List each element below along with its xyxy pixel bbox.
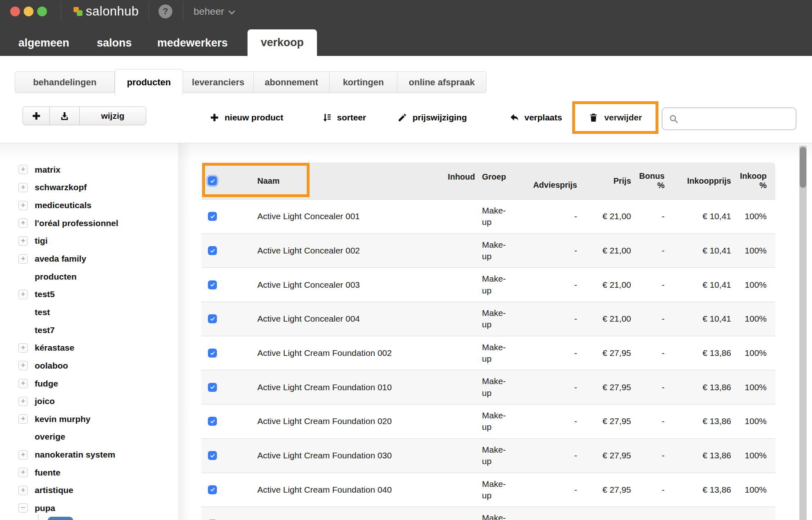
window-zoom-button[interactable] [37, 7, 47, 16]
sidebar-item[interactable]: test [18, 303, 174, 321]
header-bonus[interactable]: Bonus % [631, 171, 665, 190]
table-row[interactable]: Active Light Cream Foundation 020 Make-u… [201, 404, 775, 438]
tree-expander-icon[interactable]: + [18, 397, 28, 406]
tree-expander-icon[interactable]: + [18, 236, 28, 246]
select-all-checkbox[interactable] [208, 176, 217, 185]
table-row[interactable]: Active Light Concealer 001 Make-up - € 2… [201, 199, 775, 233]
sidebar-item[interactable]: + l'oréal professionnel [18, 214, 174, 232]
sort-button[interactable]: sorteer [322, 109, 366, 127]
sidebar-item[interactable]: + nanokeratin system [18, 446, 174, 464]
sidebar-item[interactable]: + test5 [18, 285, 174, 303]
sidebar-item[interactable]: overige [18, 428, 174, 446]
sidebar-item[interactable]: + fudge [18, 375, 174, 393]
search-icon [669, 114, 678, 124]
sub-tab[interactable]: kortingen [330, 71, 397, 93]
sub-tab[interactable]: abonnement [254, 71, 330, 93]
header-adviesprijs[interactable]: Adviesprijs [517, 180, 577, 190]
sidebar-item-label: tigi [35, 236, 48, 246]
cell-adviesprijs: - [517, 314, 577, 324]
main-tab[interactable]: verkoop [248, 29, 317, 56]
row-checkbox[interactable] [208, 451, 217, 460]
tree-expander-icon[interactable]: + [18, 165, 28, 174]
scrollbar-thumb[interactable] [800, 147, 806, 188]
tree-expander-icon[interactable]: + [18, 254, 28, 264]
cell-prijs: € 21,00 [577, 246, 631, 256]
main-tab[interactable]: medewerkers [157, 30, 228, 56]
new-product-button[interactable]: nieuw product [210, 109, 283, 127]
help-icon[interactable]: ? [158, 4, 172, 18]
sidebar-item[interactable]: + oolaboo [18, 357, 174, 375]
sidebar-item[interactable]: test7 [18, 321, 174, 339]
import-button[interactable] [50, 107, 80, 125]
sub-tab[interactable]: behandelingen [15, 71, 115, 93]
tree-expander-icon[interactable]: + [18, 361, 28, 370]
header-inhoud[interactable]: Inhoud [437, 172, 475, 182]
table-row[interactable]: Active Light Cream Foundation 040 Make-u… [201, 473, 775, 507]
tree-expander-icon[interactable]: + [18, 450, 28, 460]
tree-expander-icon[interactable]: + [18, 486, 28, 495]
edit-button[interactable]: wijzig [80, 107, 146, 125]
sidebar-item[interactable]: + schwarzkopf [18, 179, 174, 197]
table-row[interactable]: Active Light Cream Foundation 050 Make-u… [201, 507, 775, 520]
table-row[interactable]: Active Light Cream Foundation 002 Make-u… [201, 336, 775, 370]
table-row[interactable]: Active Light Concealer 004 Make-up - € 2… [201, 302, 775, 336]
sidebar-item[interactable]: + mediceuticals [18, 196, 174, 214]
window-minimize-button[interactable] [24, 7, 33, 16]
row-checkbox[interactable] [208, 417, 217, 426]
sidebar-item[interactable]: producten [18, 268, 174, 286]
sidebar-item[interactable]: + tigi [18, 232, 174, 250]
sidebar-item[interactable]: + fuente [18, 464, 174, 482]
main-tab[interactable]: salons [97, 30, 132, 56]
vertical-scrollbar[interactable] [799, 146, 807, 520]
cell-prijs: € 27,95 [577, 382, 631, 392]
tree-expander-icon[interactable]: + [18, 201, 28, 210]
tree-expander-icon[interactable]: + [18, 379, 28, 388]
add-button[interactable] [23, 107, 50, 125]
delete-button[interactable]: verwijder [604, 113, 642, 122]
header-inkoopprijs[interactable]: Inkoopprijs [665, 176, 731, 186]
row-checkbox[interactable] [208, 349, 217, 358]
tree-expander-icon[interactable]: − [18, 503, 28, 513]
header-prijs[interactable]: Prijs [577, 176, 631, 186]
table-row[interactable]: Active Light Cream Foundation 010 Make-u… [201, 370, 775, 404]
row-checkbox-cell [201, 383, 257, 392]
price-change-button[interactable]: prijswijziging [397, 109, 467, 127]
row-checkbox-cell [201, 314, 257, 323]
table-row[interactable]: Active Light Concealer 002 Make-up - € 2… [201, 233, 775, 268]
sidebar-item[interactable]: + aveda family [18, 250, 174, 268]
tree-expander-icon[interactable]: + [18, 218, 28, 228]
row-checkbox[interactable] [208, 383, 217, 392]
sidebar-edge-shadow [178, 143, 191, 520]
account-menu[interactable]: beheer [194, 2, 235, 20]
sidebar-item[interactable]: + artistique [18, 482, 174, 500]
sub-tab[interactable]: online afspraak [397, 71, 486, 93]
sub-tab[interactable]: leveranciers [183, 71, 254, 93]
tree-expander-icon[interactable]: + [18, 183, 28, 192]
tree-expander-icon[interactable]: + [18, 414, 28, 424]
row-checkbox[interactable] [208, 314, 217, 323]
sidebar-item[interactable]: − pupa [18, 499, 174, 517]
row-checkbox[interactable] [208, 246, 217, 255]
main-tab[interactable]: algemeen [18, 30, 69, 56]
sidebar-item[interactable]: + matrix [18, 161, 174, 179]
table-row[interactable]: Active Light Concealer 003 Make-up - € 2… [201, 267, 775, 302]
sub-tab[interactable]: producten [115, 69, 183, 95]
header-groep[interactable]: Groep [475, 171, 517, 182]
tree-expander-icon[interactable]: + [18, 343, 28, 353]
table-row[interactable]: Active Light Cream Foundation 030 Make-u… [201, 438, 775, 473]
sidebar-item[interactable]: + joico [18, 392, 174, 410]
header-inkoop-pct[interactable]: Inkoop % [731, 171, 775, 190]
sidebar-item[interactable]: + kérastase [18, 339, 174, 357]
row-checkbox[interactable] [208, 212, 217, 221]
window-close-button[interactable] [10, 7, 20, 16]
row-checkbox[interactable] [208, 280, 217, 289]
tree-expander-icon[interactable]: + [18, 468, 28, 477]
tree-expander-icon[interactable]: + [18, 290, 28, 299]
search-input[interactable] [683, 114, 789, 124]
move-button[interactable]: verplaats [509, 109, 562, 127]
sidebar-selected-child[interactable] [48, 517, 73, 520]
sidebar-item[interactable]: + kevin murphy [18, 410, 174, 428]
row-checkbox[interactable] [208, 485, 217, 494]
header-naam[interactable]: Naam [257, 176, 437, 186]
verkoop-sub-tabs: behandelingenproductenleveranciersabonne… [15, 69, 486, 95]
